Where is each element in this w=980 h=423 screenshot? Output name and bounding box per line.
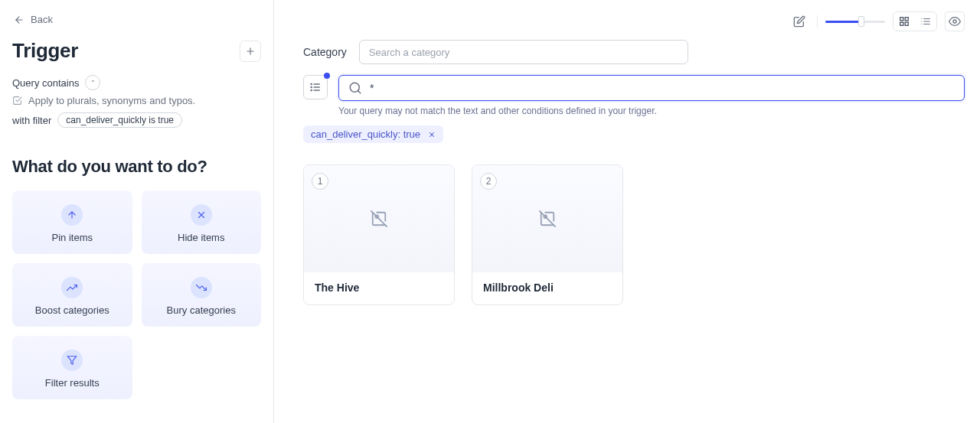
trending-down-icon [191, 277, 212, 298]
plus-icon [245, 46, 256, 57]
back-label: Back [31, 14, 53, 25]
boost-categories-label: Boost categories [35, 304, 109, 316]
apply-options: Apply to plurals, synonyms and typos. [12, 95, 261, 106]
apply-options-text: Apply to plurals, synonyms and typos. [28, 95, 195, 106]
pin-items-action[interactable]: Pin items [12, 190, 132, 254]
eye-icon [949, 15, 961, 28]
filter-condition: with filter can_deliver_quickly is true [12, 112, 261, 128]
actions-section-title: What do you want to do? [12, 157, 261, 177]
arrow-left-icon [14, 15, 24, 25]
edit-icon [793, 15, 805, 28]
bury-categories-label: Bury categories [167, 304, 236, 316]
category-search-input[interactable] [359, 40, 688, 64]
hide-items-action[interactable]: Hide items [142, 190, 262, 254]
search-row [303, 75, 965, 101]
actions-grid: Pin items Hide items Boost categories Bu… [12, 190, 261, 399]
svg-point-17 [953, 20, 956, 23]
result-title: The Hive [304, 272, 454, 304]
pin-items-label: Pin items [52, 232, 93, 243]
edit-button[interactable] [789, 11, 809, 31]
toolbar-divider [817, 15, 818, 28]
trending-up-icon [61, 277, 83, 298]
result-title: Millbrook Deli [472, 272, 622, 304]
svg-point-21 [311, 83, 312, 84]
svg-point-22 [311, 86, 312, 87]
boost-categories-action[interactable]: Boost categories [12, 263, 132, 327]
conditions-list-button[interactable] [303, 75, 328, 99]
no-image-icon [539, 210, 556, 227]
active-filter-text: can_deliver_quickly: true [311, 129, 420, 140]
category-row: Category [303, 40, 965, 64]
add-trigger-button[interactable] [240, 41, 261, 62]
view-toggle [893, 11, 937, 31]
svg-rect-10 [900, 22, 903, 25]
filter-results-action[interactable]: Filter results [12, 336, 132, 399]
funnel-icon [61, 350, 83, 371]
search-icon [348, 81, 362, 95]
list-icon [920, 16, 931, 27]
result-card[interactable]: 1 The Hive [303, 164, 455, 305]
rank-badge: 1 [312, 173, 328, 190]
filter-results-label: Filter results [45, 377, 100, 389]
list-view-button[interactable] [915, 12, 936, 31]
svg-rect-9 [905, 22, 908, 25]
grid-icon [899, 16, 910, 27]
no-image-icon [371, 210, 387, 227]
svg-line-25 [358, 90, 360, 93]
svg-marker-6 [67, 356, 77, 365]
close-icon [428, 131, 436, 138]
svg-rect-7 [900, 18, 903, 21]
main-panel: Category Your query may not match the te… [274, 0, 980, 423]
remove-filter-button[interactable] [426, 129, 437, 140]
query-condition: Query contains " [12, 75, 261, 90]
indicator-dot [324, 73, 330, 79]
results-grid: 1 The Hive 2 Millbrook Deli [303, 164, 965, 305]
svg-point-23 [311, 89, 312, 90]
active-filter-pill[interactable]: can_deliver_quickly: true [303, 125, 443, 143]
hide-icon [191, 204, 212, 226]
bury-categories-action[interactable]: Bury categories [142, 263, 262, 327]
trigger-header: Trigger [12, 39, 261, 63]
active-filters: can_deliver_quickly: true [303, 125, 965, 143]
list-bullet-icon [309, 81, 322, 93]
query-value-chip[interactable]: " [85, 75, 100, 90]
back-button[interactable]: Back [12, 11, 54, 39]
preview-button[interactable] [945, 11, 965, 31]
search-input[interactable] [370, 82, 955, 94]
checkmark-icon [12, 96, 22, 106]
rank-badge: 2 [480, 173, 497, 190]
search-hint: Your query may not match the text and ot… [338, 106, 965, 116]
hide-items-label: Hide items [178, 232, 224, 243]
result-thumbnail: 2 [472, 165, 622, 272]
sidebar: Back Trigger Query contains " Apply to p… [0, 0, 274, 423]
grid-view-button[interactable] [893, 12, 915, 31]
result-card[interactable]: 2 Millbrook Deli [472, 164, 623, 305]
filter-chip[interactable]: can_deliver_quickly is true [57, 112, 182, 128]
result-thumbnail: 1 [304, 165, 454, 272]
zoom-slider[interactable] [825, 11, 885, 31]
with-filter-label: with filter [12, 115, 51, 126]
query-contains-label: Query contains [12, 77, 79, 89]
svg-rect-8 [905, 18, 908, 21]
search-box[interactable] [338, 75, 965, 101]
page-title: Trigger [12, 39, 78, 63]
pin-icon [61, 204, 83, 226]
top-toolbar [303, 11, 965, 32]
category-label: Category [303, 46, 347, 58]
